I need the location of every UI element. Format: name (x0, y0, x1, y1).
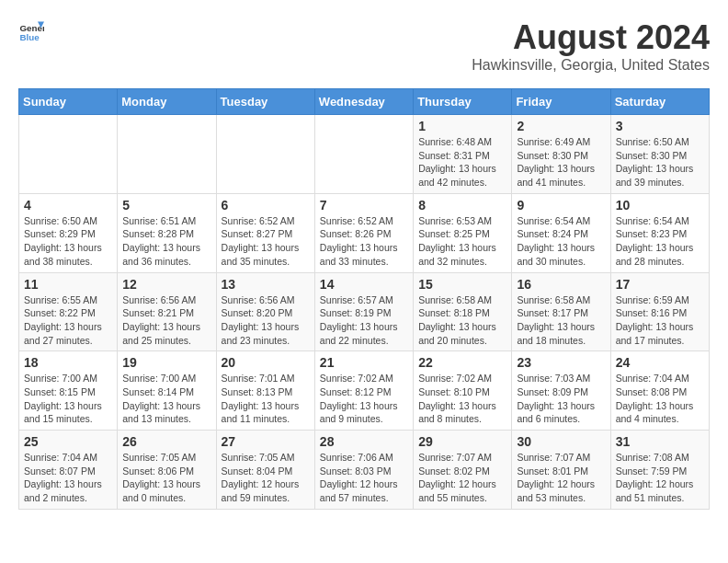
cell-date-number: 24 (616, 355, 704, 370)
calendar-cell: 22Sunrise: 7:02 AM Sunset: 8:10 PM Dayli… (414, 351, 512, 431)
cell-info: Sunrise: 7:05 AM Sunset: 8:04 PM Dayligh… (222, 451, 310, 505)
calendar-cell: 6Sunrise: 6:52 AM Sunset: 8:27 PM Daylig… (216, 193, 314, 272)
calendar-cell: 16Sunrise: 6:58 AM Sunset: 8:17 PM Dayli… (512, 272, 610, 351)
cell-info: Sunrise: 6:50 AM Sunset: 8:29 PM Dayligh… (24, 214, 112, 269)
calendar-cell: 8Sunrise: 6:53 AM Sunset: 8:25 PM Daylig… (414, 193, 512, 272)
calendar-cell: 18Sunrise: 7:00 AM Sunset: 8:15 PM Dayli… (19, 351, 118, 431)
calendar-cell: 2Sunrise: 6:49 AM Sunset: 8:30 PM Daylig… (512, 115, 610, 194)
header-monday: Monday (118, 89, 216, 115)
cell-date-number: 16 (517, 277, 605, 292)
cell-date-number: 19 (122, 355, 210, 370)
cell-date-number: 10 (616, 198, 704, 213)
calendar-cell: 11Sunrise: 6:55 AM Sunset: 8:22 PM Dayli… (19, 272, 118, 351)
calendar-cell: 12Sunrise: 6:56 AM Sunset: 8:21 PM Dayli… (118, 272, 216, 351)
cell-date-number: 27 (222, 434, 310, 449)
calendar-header-row: Sunday Monday Tuesday Wednesday Thursday… (19, 89, 710, 115)
cell-date-number: 6 (222, 198, 310, 213)
cell-info: Sunrise: 6:49 AM Sunset: 8:30 PM Dayligh… (517, 135, 605, 190)
calendar-cell: 31Sunrise: 7:08 AM Sunset: 7:59 PM Dayli… (610, 431, 709, 510)
cell-date-number: 4 (24, 198, 112, 213)
cell-date-number: 13 (222, 277, 310, 292)
cell-date-number: 30 (517, 434, 605, 449)
calendar-cell: 29Sunrise: 7:07 AM Sunset: 8:02 PM Dayli… (414, 431, 512, 510)
cell-info: Sunrise: 7:08 AM Sunset: 7:59 PM Dayligh… (616, 451, 704, 505)
calendar-cell: 24Sunrise: 7:04 AM Sunset: 8:08 PM Dayli… (610, 351, 709, 431)
logo: General Blue (18, 18, 44, 44)
page-header: General Blue August 2024 Hawkinsville, G… (18, 18, 710, 74)
cell-date-number: 29 (418, 434, 506, 449)
cell-info: Sunrise: 7:02 AM Sunset: 8:10 PM Dayligh… (418, 372, 506, 426)
calendar-cell (216, 115, 314, 194)
cell-info: Sunrise: 6:55 AM Sunset: 8:22 PM Dayligh… (24, 293, 112, 348)
calendar-cell: 13Sunrise: 6:56 AM Sunset: 8:20 PM Dayli… (216, 272, 314, 351)
cell-date-number: 1 (418, 119, 506, 133)
cell-info: Sunrise: 6:54 AM Sunset: 8:23 PM Dayligh… (616, 214, 704, 269)
cell-info: Sunrise: 6:54 AM Sunset: 8:24 PM Dayligh… (517, 214, 605, 269)
cell-info: Sunrise: 7:00 AM Sunset: 8:15 PM Dayligh… (24, 372, 112, 426)
cell-date-number: 17 (616, 277, 704, 292)
cell-info: Sunrise: 7:07 AM Sunset: 8:02 PM Dayligh… (418, 451, 506, 505)
calendar-cell: 21Sunrise: 7:02 AM Sunset: 8:12 PM Dayli… (314, 351, 413, 431)
calendar-row-3: 11Sunrise: 6:55 AM Sunset: 8:22 PM Dayli… (19, 272, 710, 351)
calendar-cell: 17Sunrise: 6:59 AM Sunset: 8:16 PM Dayli… (610, 272, 709, 351)
cell-info: Sunrise: 7:00 AM Sunset: 8:14 PM Dayligh… (122, 372, 210, 426)
calendar-cell: 28Sunrise: 7:06 AM Sunset: 8:03 PM Dayli… (314, 431, 413, 510)
cell-info: Sunrise: 6:59 AM Sunset: 8:16 PM Dayligh… (616, 293, 704, 348)
cell-date-number: 22 (418, 355, 506, 370)
cell-info: Sunrise: 7:07 AM Sunset: 8:01 PM Dayligh… (517, 451, 605, 505)
calendar-row-4: 18Sunrise: 7:00 AM Sunset: 8:15 PM Dayli… (19, 351, 710, 431)
header-tuesday: Tuesday (216, 89, 314, 115)
cell-date-number: 31 (616, 434, 704, 449)
title-area: August 2024 Hawkinsville, Georgia, Unite… (472, 18, 710, 74)
calendar-cell: 5Sunrise: 6:51 AM Sunset: 8:28 PM Daylig… (118, 193, 216, 272)
cell-info: Sunrise: 6:56 AM Sunset: 8:21 PM Dayligh… (122, 293, 210, 348)
cell-info: Sunrise: 7:06 AM Sunset: 8:03 PM Dayligh… (320, 451, 408, 505)
calendar-cell (19, 115, 118, 194)
cell-date-number: 9 (517, 198, 605, 213)
calendar-cell: 26Sunrise: 7:05 AM Sunset: 8:06 PM Dayli… (118, 431, 216, 510)
cell-date-number: 11 (24, 277, 112, 292)
header-wednesday: Wednesday (314, 89, 413, 115)
calendar-cell: 19Sunrise: 7:00 AM Sunset: 8:14 PM Dayli… (118, 351, 216, 431)
cell-date-number: 26 (122, 434, 210, 449)
header-friday: Friday (512, 89, 610, 115)
cell-info: Sunrise: 6:52 AM Sunset: 8:27 PM Dayligh… (222, 214, 310, 269)
cell-info: Sunrise: 6:52 AM Sunset: 8:26 PM Dayligh… (320, 214, 408, 269)
cell-info: Sunrise: 7:04 AM Sunset: 8:07 PM Dayligh… (24, 451, 112, 505)
cell-info: Sunrise: 6:51 AM Sunset: 8:28 PM Dayligh… (122, 214, 210, 269)
cell-date-number: 23 (517, 355, 605, 370)
header-sunday: Sunday (19, 89, 118, 115)
cell-info: Sunrise: 6:57 AM Sunset: 8:19 PM Dayligh… (320, 293, 408, 348)
calendar-cell: 1Sunrise: 6:48 AM Sunset: 8:31 PM Daylig… (414, 115, 512, 194)
cell-date-number: 18 (24, 355, 112, 370)
calendar-cell (314, 115, 413, 194)
page-subtitle: Hawkinsville, Georgia, United States (472, 57, 710, 74)
cell-info: Sunrise: 6:56 AM Sunset: 8:20 PM Dayligh… (222, 293, 310, 348)
cell-info: Sunrise: 6:50 AM Sunset: 8:30 PM Dayligh… (616, 135, 704, 190)
cell-info: Sunrise: 7:02 AM Sunset: 8:12 PM Dayligh… (320, 372, 408, 426)
svg-text:Blue: Blue (19, 32, 40, 42)
cell-info: Sunrise: 6:53 AM Sunset: 8:25 PM Dayligh… (418, 214, 506, 269)
calendar-cell: 25Sunrise: 7:04 AM Sunset: 8:07 PM Dayli… (19, 431, 118, 510)
cell-date-number: 5 (122, 198, 210, 213)
calendar-table: Sunday Monday Tuesday Wednesday Thursday… (18, 88, 710, 510)
calendar-cell: 3Sunrise: 6:50 AM Sunset: 8:30 PM Daylig… (610, 115, 709, 194)
calendar-cell: 9Sunrise: 6:54 AM Sunset: 8:24 PM Daylig… (512, 193, 610, 272)
calendar-cell: 23Sunrise: 7:03 AM Sunset: 8:09 PM Dayli… (512, 351, 610, 431)
calendar-cell: 10Sunrise: 6:54 AM Sunset: 8:23 PM Dayli… (610, 193, 709, 272)
cell-date-number: 12 (122, 277, 210, 292)
cell-info: Sunrise: 7:05 AM Sunset: 8:06 PM Dayligh… (122, 451, 210, 505)
header-thursday: Thursday (414, 89, 512, 115)
cell-date-number: 15 (418, 277, 506, 292)
cell-info: Sunrise: 7:01 AM Sunset: 8:13 PM Dayligh… (222, 372, 310, 426)
calendar-cell (118, 115, 216, 194)
calendar-cell: 7Sunrise: 6:52 AM Sunset: 8:26 PM Daylig… (314, 193, 413, 272)
calendar-row-1: 1Sunrise: 6:48 AM Sunset: 8:31 PM Daylig… (19, 115, 710, 194)
cell-date-number: 14 (320, 277, 408, 292)
cell-date-number: 3 (616, 119, 704, 133)
calendar-cell: 15Sunrise: 6:58 AM Sunset: 8:18 PM Dayli… (414, 272, 512, 351)
cell-date-number: 20 (222, 355, 310, 370)
cell-date-number: 21 (320, 355, 408, 370)
calendar-cell: 20Sunrise: 7:01 AM Sunset: 8:13 PM Dayli… (216, 351, 314, 431)
cell-info: Sunrise: 6:48 AM Sunset: 8:31 PM Dayligh… (418, 135, 506, 190)
